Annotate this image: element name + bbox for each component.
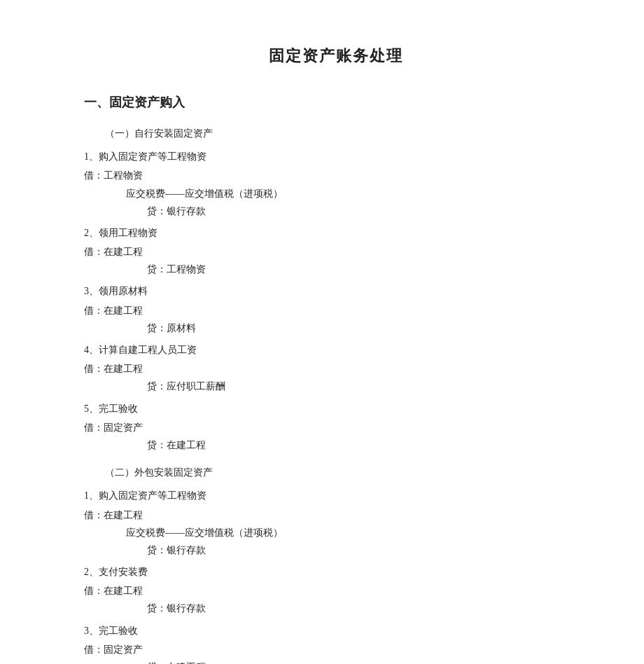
entry-credit: 贷：应付职工薪酬 bbox=[147, 378, 588, 395]
entry-credit: 贷：在建工程 bbox=[147, 436, 588, 454]
accounting-item-7: 2、支付安装费 借：在建工程 贷：银行存款 bbox=[84, 563, 588, 618]
accounting-item-8: 3、完工验收 借：固定资产 贷：在建工程 bbox=[84, 622, 588, 664]
entry-credit: 贷：原材料 bbox=[147, 319, 588, 337]
subsection-1: （一）自行安装固定资产 1、购入固定资产等工程物资 借：工程物资 应交税费——应… bbox=[84, 125, 588, 454]
entry-debit: 借：在建工程 bbox=[84, 243, 588, 261]
section-1-title: 一、固定资产购入 bbox=[84, 91, 588, 113]
entry-debit-sub: 应交税费——应交增值税（进项税） bbox=[126, 185, 588, 202]
subsection-2: （二）外包安装固定资产 1、购入固定资产等工程物资 借：在建工程 应交税费——应… bbox=[84, 464, 588, 664]
entry-credit: 贷：银行存款 bbox=[147, 541, 588, 559]
accounting-item-4: 4、计算自建工程人员工资 借：在建工程 贷：应付职工薪酬 bbox=[84, 341, 588, 396]
page-title: 固定资产账务处理 bbox=[84, 42, 588, 70]
section-1: 一、固定资产购入 （一）自行安装固定资产 1、购入固定资产等工程物资 借：工程物… bbox=[84, 91, 588, 664]
entry-credit: 贷：在建工程 bbox=[147, 658, 588, 664]
entry-debit: 借：在建工程 bbox=[84, 506, 588, 524]
entry-debit: 借：工程物资 bbox=[84, 167, 588, 184]
accounting-item-3: 3、领用原材料 借：在建工程 贷：原材料 bbox=[84, 282, 588, 337]
entry-credit: 贷：工程物资 bbox=[147, 261, 588, 278]
entry-credit: 贷：银行存款 bbox=[147, 202, 588, 220]
entry-debit: 借：在建工程 bbox=[84, 360, 588, 378]
accounting-item-1: 1、购入固定资产等工程物资 借：工程物资 应交税费——应交增值税（进项税） 贷：… bbox=[84, 148, 588, 220]
item-5-label: 5、完工验收 bbox=[84, 400, 588, 417]
accounting-item-2: 2、领用工程物资 借：在建工程 贷：工程物资 bbox=[84, 224, 588, 279]
item-6-label: 1、购入固定资产等工程物资 bbox=[84, 487, 588, 504]
item-8-label: 3、完工验收 bbox=[84, 622, 588, 639]
entry-debit: 借：固定资产 bbox=[84, 419, 588, 436]
subsection-2-title: （二）外包安装固定资产 bbox=[105, 464, 588, 481]
subsection-1-title: （一）自行安装固定资产 bbox=[105, 125, 588, 142]
item-1-label: 1、购入固定资产等工程物资 bbox=[84, 148, 588, 165]
accounting-item-5: 5、完工验收 借：固定资产 贷：在建工程 bbox=[84, 400, 588, 455]
entry-credit: 贷：银行存款 bbox=[147, 600, 588, 617]
item-4-label: 4、计算自建工程人员工资 bbox=[84, 341, 588, 359]
entry-debit: 借：在建工程 bbox=[84, 302, 588, 319]
accounting-item-6: 1、购入固定资产等工程物资 借：在建工程 应交税费——应交增值税（进项税） 贷：… bbox=[84, 487, 588, 559]
entry-debit: 借：在建工程 bbox=[84, 582, 588, 600]
entry-debit-sub: 应交税费——应交增值税（进项税） bbox=[126, 524, 588, 541]
item-3-label: 3、领用原材料 bbox=[84, 282, 588, 300]
item-2-label: 2、领用工程物资 bbox=[84, 224, 588, 242]
entry-debit: 借：固定资产 bbox=[84, 641, 588, 658]
item-7-label: 2、支付安装费 bbox=[84, 563, 588, 581]
